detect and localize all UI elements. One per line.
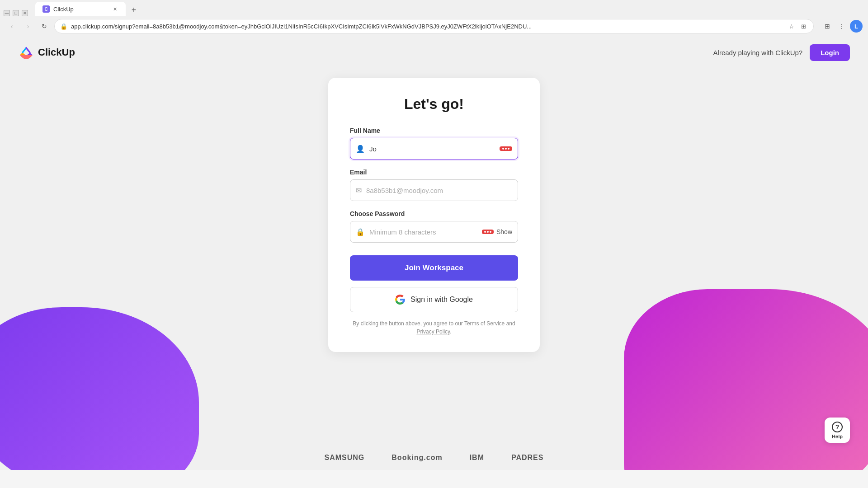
privacy-policy-link[interactable]: Privacy Policy [416, 328, 450, 335]
email-input[interactable] [366, 187, 512, 194]
tab-favicon: C [42, 5, 50, 13]
bookmark-icon[interactable]: ☆ [787, 22, 796, 31]
signup-card: Let's go! Full Name 👤 Email [328, 78, 540, 352]
full-name-error-badge [500, 146, 512, 151]
pwd-dot-1 [484, 231, 486, 233]
extensions-icon[interactable]: ⊞ [799, 22, 808, 31]
terms-text: By clicking the button above, you agree … [350, 319, 518, 336]
email-group: Email ✉ [350, 169, 518, 201]
google-btn-label: Sign in with Google [410, 296, 473, 304]
full-name-label: Full Name [350, 127, 518, 134]
url-text: app.clickup.com/signup?email=8a8b53b1@mo… [71, 23, 783, 30]
page-content: ClickUp Already playing with ClickUp? Lo… [0, 36, 868, 470]
footer-brand-ibm: IBM [470, 454, 484, 462]
window-controls: — □ ✕ [4, 10, 28, 16]
sign-in-google-button[interactable]: Sign in with Google [350, 287, 518, 312]
error-dot-1 [502, 148, 504, 150]
pwd-dot-2 [487, 231, 489, 233]
footer-brand-booking: Booking.com [392, 454, 442, 462]
refresh-button[interactable]: ↻ [38, 20, 51, 33]
top-nav: ClickUp Already playing with ClickUp? Lo… [0, 36, 868, 69]
help-icon: ? [832, 422, 843, 432]
footer-brands: SAMSUNG Booking.com IBM PADRES [0, 446, 868, 470]
email-label: Email [350, 169, 518, 176]
clickup-logo-icon [18, 44, 34, 61]
already-playing-text: Already playing with ClickUp? [713, 49, 803, 56]
tab-close-button[interactable]: ✕ [111, 5, 118, 13]
logo: ClickUp [18, 44, 75, 61]
new-tab-button[interactable]: + [127, 4, 140, 16]
card-title: Let's go! [350, 96, 518, 113]
address-bar-row: ‹ › ↻ 🔒 app.clickup.com/signup?email=8a8… [0, 16, 868, 36]
email-input-wrapper: ✉ [350, 179, 518, 201]
full-name-input-wrapper: 👤 [350, 138, 518, 160]
pwd-dot-3 [490, 231, 491, 233]
password-error-badge [482, 230, 494, 234]
active-tab[interactable]: C ClickUp ✕ [35, 2, 126, 16]
help-label: Help [832, 434, 843, 439]
menu-button[interactable]: ⋮ [835, 20, 848, 33]
minimize-button[interactable]: — [4, 10, 10, 16]
login-button[interactable]: Login [810, 44, 850, 61]
profile-avatar[interactable]: L [850, 20, 863, 33]
tab-title: ClickUp [53, 6, 74, 13]
forward-button[interactable]: › [22, 20, 34, 33]
maximize-button[interactable]: □ [13, 10, 19, 16]
full-name-input[interactable] [369, 145, 500, 153]
browser-actions: ⊞ ⋮ L [821, 20, 863, 33]
logo-text: ClickUp [38, 47, 75, 58]
email-icon: ✉ [356, 186, 362, 195]
address-icons: ☆ ⊞ [787, 22, 808, 31]
close-button[interactable]: ✕ [22, 10, 28, 16]
password-input-wrapper: 🔒 Show [350, 221, 518, 243]
full-name-group: Full Name 👤 [350, 127, 518, 160]
address-bar[interactable]: 🔒 app.clickup.com/signup?email=8a8b53b1@… [54, 19, 814, 33]
error-dot-2 [505, 148, 507, 150]
password-label: Choose Password [350, 210, 518, 217]
password-input[interactable] [369, 228, 482, 236]
show-password-button[interactable]: Show [482, 228, 512, 235]
tab-bar: — □ ✕ C ClickUp ✕ + [0, 0, 868, 16]
join-workspace-button[interactable]: Join Workspace [350, 255, 518, 281]
user-icon: 👤 [356, 145, 365, 153]
extensions-button[interactable]: ⊞ [821, 20, 834, 33]
main-area: Let's go! Full Name 👤 Email [0, 69, 868, 352]
top-nav-right: Already playing with ClickUp? Login [713, 44, 850, 61]
lock-icon: 🔒 [356, 228, 365, 236]
back-button[interactable]: ‹ [5, 20, 18, 33]
error-dot-3 [508, 148, 509, 150]
footer-brand-samsung: SAMSUNG [325, 454, 365, 462]
show-label: Show [496, 228, 512, 235]
terms-of-service-link[interactable]: Terms of Service [464, 320, 505, 327]
google-icon [395, 295, 405, 305]
browser-chrome: — □ ✕ C ClickUp ✕ + ‹ › ↻ 🔒 app.clickup.… [0, 0, 868, 36]
help-button[interactable]: ? Help [825, 418, 850, 443]
footer-brand-padres: PADRES [511, 454, 544, 462]
password-group: Choose Password 🔒 Show [350, 210, 518, 243]
